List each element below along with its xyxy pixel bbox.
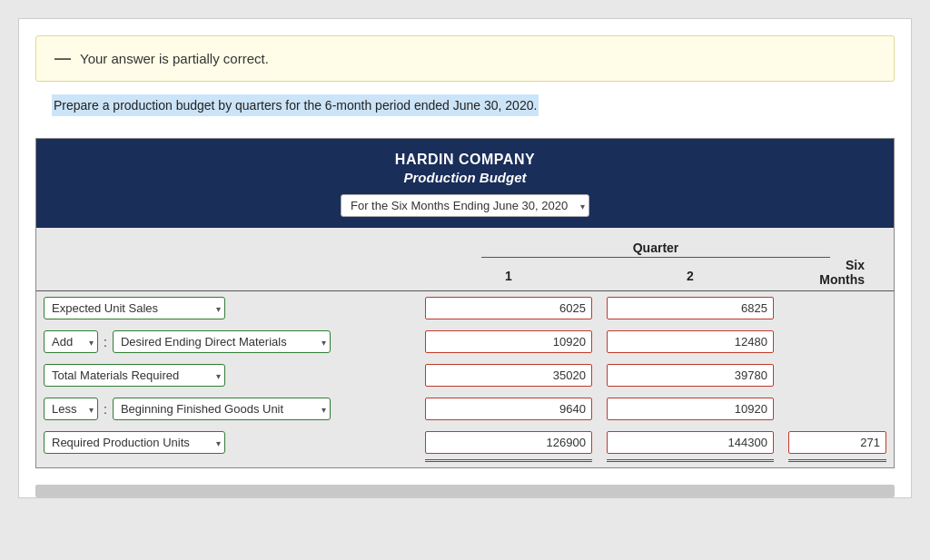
alert-bar: — Your answer is partially correct. [35,35,895,82]
row3-prefix-wrapper[interactable]: Less [44,398,98,420]
row-beginning-finished: Less : Beginning Finished Goods Unit [36,392,894,426]
row2-q2-cell [599,364,781,387]
row3-q2-input[interactable] [607,398,774,420]
row3-prefix-select[interactable]: Less [44,398,98,420]
row1-label-select[interactable]: Desired Ending Direct Materials [113,330,331,353]
row4-six-cell [781,431,894,454]
row4-q1-cell [418,431,599,454]
row1-prefix-wrapper[interactable]: Add [44,330,98,353]
q1-header: 1 [418,269,599,287]
six-months-header: SixMonths [781,258,879,287]
row4-q2-cell [599,431,781,454]
row3-label-cell: Less : Beginning Finished Goods Unit [36,398,418,420]
row3-colon: : [104,402,107,417]
horizontal-scrollbar[interactable] [35,485,895,497]
period-select-wrapper[interactable]: For the Six Months Ending June 30, 2020 [341,194,589,217]
quarter-heading: Quarter [418,235,894,257]
row3-q1-input[interactable] [425,398,592,420]
row1-label-wrapper[interactable]: Desired Ending Direct Materials [113,330,331,353]
row-desired-ending: Add : Desired Ending Direct Materials [36,325,894,359]
row1-q2-input[interactable] [607,330,774,353]
row1-q1-cell [418,330,599,353]
row2-label-wrapper[interactable]: Total Materials Required [44,364,225,387]
row-expected-unit-sales: Expected Unit Sales [36,291,894,325]
q2-header: 2 [599,269,781,287]
row4-q1-input[interactable] [425,431,592,454]
table-header: HARDIN COMPANY Production Budget [36,139,894,194]
row1-label-cell: Add : Desired Ending Direct Materials [36,330,418,353]
row1-colon: : [104,335,107,349]
row-required-production: Required Production Units [36,426,894,459]
row1-q2-cell [599,330,781,353]
row2-q2-input[interactable] [607,364,774,387]
row2-label-cell: Total Materials Required [36,364,418,387]
row2-q1-cell [418,364,599,387]
row0-q1-input[interactable] [425,297,592,319]
row4-q2-input[interactable] [607,431,774,454]
instruction-text: Prepare a production budget by quarters … [52,94,539,116]
row2-q1-input[interactable] [425,364,592,387]
row4-label-wrapper[interactable]: Required Production Units [44,431,225,454]
period-select[interactable]: For the Six Months Ending June 30, 2020 [341,194,589,217]
data-rows: Expected Unit Sales Ad [36,291,894,467]
alert-text: Your answer is partially correct. [80,51,269,66]
row0-q1-cell [418,297,599,319]
alert-icon: — [54,49,71,68]
company-name: HARDIN COMPANY [45,152,885,168]
row4-six-input[interactable] [788,431,886,454]
budget-table: HARDIN COMPANY Production Budget For the… [35,138,895,468]
row0-q2-cell [599,297,781,319]
row1-prefix-select[interactable]: Add [44,330,98,353]
row3-q1-cell [418,398,599,420]
row3-q2-cell [599,398,781,420]
row-total-materials: Total Materials Required [36,359,894,392]
row0-label-select[interactable]: Expected Unit Sales [44,297,225,319]
row3-label-wrapper[interactable]: Beginning Finished Goods Unit [113,398,331,420]
row1-q1-input[interactable] [425,330,592,353]
row3-label-select[interactable]: Beginning Finished Goods Unit [113,398,331,420]
row0-label-wrapper[interactable]: Expected Unit Sales [44,297,225,319]
row0-q2-input[interactable] [607,297,774,319]
budget-title: Production Budget [45,170,885,185]
period-selector-row: For the Six Months Ending June 30, 2020 [36,194,894,228]
row2-label-select[interactable]: Total Materials Required [44,364,225,387]
row4-label-select[interactable]: Required Production Units [44,431,225,454]
row0-label-cell: Expected Unit Sales [36,297,418,319]
row4-label-cell: Required Production Units [36,431,418,454]
